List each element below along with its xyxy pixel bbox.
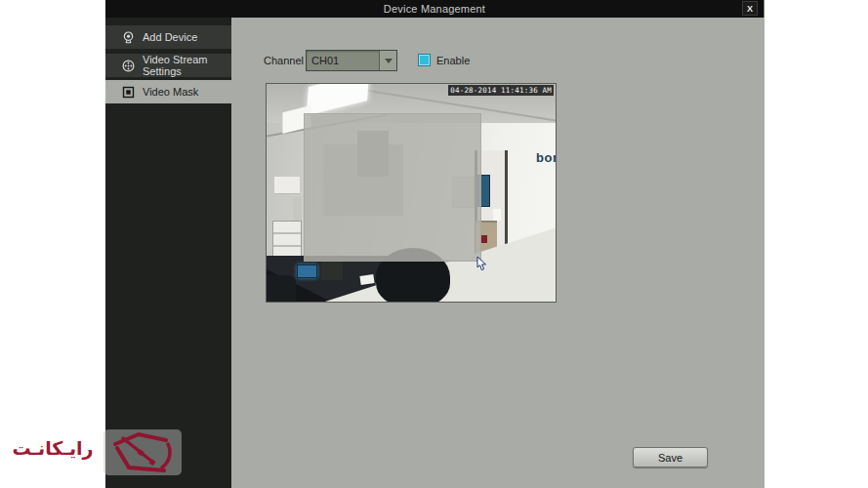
sidebar-item-video-mask[interactable]: Video Mask — [105, 80, 231, 103]
watermark-text: رایـکانـت — [2, 437, 103, 459]
dialog-titlebar: Device Management X — [105, 0, 764, 18]
sidebar-item-label: Video Stream Settings — [143, 54, 231, 77]
monitor — [321, 262, 343, 280]
sidebar-item-add-device[interactable]: Add Device — [105, 25, 231, 49]
shelf-items — [293, 197, 302, 221]
channel-label: Channel — [264, 55, 304, 66]
door-paper — [493, 209, 501, 221]
dropdown-arrow-button[interactable] — [379, 51, 396, 70]
channel-selected-value: CH01 — [307, 55, 379, 66]
desk-papers — [359, 274, 374, 285]
glowing-monitor — [297, 264, 317, 278]
red-object — [480, 235, 487, 243]
chair-silhouette — [266, 275, 296, 303]
watermark-logo-icon — [109, 430, 178, 474]
device-management-dialog: Device Management X Add Device Video Str… — [105, 0, 765, 488]
enable-checkbox[interactable] — [418, 54, 431, 66]
chevron-down-icon — [385, 59, 393, 63]
sidebar-item-label: Add Device — [143, 31, 197, 43]
privacy-mask-region[interactable] — [304, 113, 481, 262]
sidebar-item-video-stream-settings[interactable]: Video Stream Settings — [105, 54, 231, 77]
video-timestamp: 04-28-2014 11:41:36 AM — [448, 85, 554, 96]
close-button[interactable]: X — [742, 1, 758, 16]
sidebar-item-label: Video Mask — [143, 86, 198, 98]
save-button[interactable]: Save — [633, 447, 708, 468]
dialog-title: Device Management — [384, 3, 485, 15]
page: Device Management X Add Device Video Str… — [0, 0, 868, 488]
video-mask-icon — [122, 86, 135, 99]
wall-logo-text: bon — [536, 150, 557, 165]
webcam-icon — [122, 31, 135, 44]
shelf-cabinet — [274, 177, 300, 193]
film-reel-icon — [122, 60, 135, 72]
channel-select[interactable]: CH01 — [306, 50, 397, 71]
main-panel: Channel CH01 Enable bon — [231, 18, 765, 488]
enable-label: Enable — [436, 55, 470, 66]
mouse-cursor-icon — [476, 257, 487, 271]
video-preview[interactable]: bon — [266, 83, 557, 303]
sidebar: Add Device Video Stream Settings Video M… — [105, 18, 231, 488]
